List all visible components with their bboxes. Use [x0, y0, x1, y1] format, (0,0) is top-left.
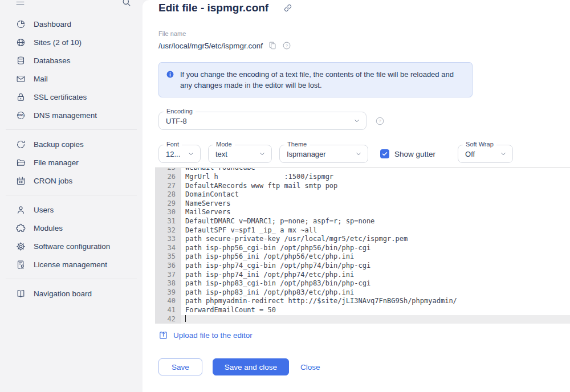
sidebar-item-label: DNS management	[34, 111, 97, 120]
sidebar: DashboardSites (2 of 10)DatabasesMailSSL…	[0, 0, 142, 392]
editor-line-41[interactable]: 41ForwardEmailCount = 50	[155, 306, 570, 315]
sidebar-item-label: Navigation board	[34, 289, 92, 298]
line-text: ForwardEmailCount = 50	[181, 306, 570, 315]
sidebar-item-users[interactable]: Users	[0, 201, 142, 219]
line-number: 39	[155, 288, 181, 297]
sidebar-topbar	[0, 0, 142, 9]
editor-line-33[interactable]: 33path secure-private-key /usr/local/mgr…	[155, 235, 570, 244]
file-name-label: File name	[158, 30, 570, 37]
line-text: DomainContact	[181, 190, 570, 199]
sidebar-item-sites-2-of-10[interactable]: Sites (2 of 10)	[0, 33, 142, 51]
line-text: path isp-php74_cgi-bin /opt/php74/bin/ph…	[181, 262, 570, 271]
line-text: path isp-php83_cgi-bin /opt/php83/bin/ph…	[181, 279, 570, 288]
line-number: 32	[155, 226, 181, 235]
chevron-down-icon	[353, 117, 361, 125]
save-and-close-button[interactable]: Save and close	[213, 358, 289, 375]
editor-line-36[interactable]: 36path isp-php74_cgi-bin /opt/php74/bin/…	[155, 262, 570, 271]
sidebar-item-label: Mail	[34, 75, 48, 83]
line-number: 31	[155, 217, 181, 226]
line-text: path phpmyadmin-redirect http://$site/jL…	[181, 297, 570, 306]
line-number: 28	[155, 190, 181, 199]
code-editor[interactable]: 25WebMail roundcube26MgrUrl h :1500/ispm…	[155, 168, 570, 324]
soft-wrap-select[interactable]: Soft Wrap Off	[458, 145, 513, 163]
check-icon	[381, 150, 388, 157]
sidebar-item-label: File manager	[34, 158, 79, 167]
encoding-help-icon[interactable]	[375, 116, 385, 126]
page-title: Edit file - ispmgr.conf	[158, 1, 570, 15]
help-icon[interactable]	[282, 41, 291, 50]
line-text: path isp-php83_ini /opt/php83/etc/php.in…	[181, 288, 570, 297]
sidebar-item-dns-management[interactable]: DNS management	[0, 106, 142, 124]
line-number: 25	[155, 168, 181, 173]
font-select[interactable]: Font 12...	[158, 145, 201, 163]
sidebar-item-mail[interactable]: Mail	[0, 70, 142, 88]
button-row: Save Save and close Close	[158, 358, 570, 375]
editor-line-31[interactable]: 31DefaultDMARC v=DMARC1; p=none; aspf=r;…	[155, 217, 570, 226]
line-number: 35	[155, 252, 181, 262]
line-number: 30	[155, 208, 181, 217]
sidebar-item-label: Dashboard	[34, 20, 71, 28]
sidebar-divider	[6, 195, 137, 195]
show-gutter-checkbox[interactable]	[380, 149, 389, 158]
line-number: 34	[155, 244, 181, 253]
mode-select[interactable]: Mode text	[208, 145, 272, 163]
mail-icon	[16, 74, 26, 84]
file-name-block: File name /usr/local/mgr5/etc/ispmgr.con…	[158, 30, 570, 50]
sidebar-item-cron-jobs[interactable]: CRON jobs	[0, 172, 142, 190]
soft-wrap-label: Soft Wrap	[463, 141, 496, 148]
close-button[interactable]: Close	[299, 358, 321, 375]
chevron-down-icon	[258, 150, 266, 158]
editor-line-38[interactable]: 38path isp-php83_cgi-bin /opt/php83/bin/…	[155, 279, 570, 288]
editor-line-29[interactable]: 29NameServers	[155, 199, 570, 209]
line-text: DefaultSPF v=spf1 _ip_ a mx ~all	[181, 226, 570, 235]
editor-line-42[interactable]: 42	[155, 315, 570, 324]
editor-line-32[interactable]: 32DefaultSPF v=spf1 _ip_ a mx ~all	[155, 226, 570, 235]
sidebar-item-label: Users	[34, 206, 54, 214]
font-value: 12...	[166, 150, 187, 158]
editor-line-27[interactable]: 27DefaultARecords www ftp mail smtp pop	[155, 182, 570, 191]
editor-line-40[interactable]: 40path phpmyadmin-redirect http://$site/…	[155, 297, 570, 306]
search-icon[interactable]	[121, 0, 131, 7]
editor-line-39[interactable]: 39path isp-php83_ini /opt/php83/etc/php.…	[155, 288, 570, 297]
link-icon[interactable]	[283, 3, 292, 13]
editor-line-26[interactable]: 26MgrUrl h :1500/ispmgr	[155, 173, 570, 182]
main-panel: Edit file - ispmgr.conf File name /usr/l…	[142, 0, 570, 392]
editor-line-25[interactable]: 25WebMail roundcube	[155, 168, 570, 173]
sidebar-item-navigation-board[interactable]: Navigation board	[0, 284, 142, 303]
line-text	[181, 315, 570, 324]
license-icon	[16, 260, 26, 270]
chevron-down-icon	[187, 150, 195, 158]
line-text: MailServers	[181, 208, 570, 217]
upload-file-label: Upload file to the editor	[173, 331, 253, 340]
save-button[interactable]: Save	[158, 358, 202, 375]
encoding-row: Encoding UTF-8	[158, 112, 570, 130]
menu-icon[interactable]	[15, 0, 25, 7]
lock-icon	[16, 92, 26, 102]
page-title-text: Edit file - ispmgr.conf	[158, 1, 268, 15]
upload-file-link[interactable]: Upload file to the editor	[158, 330, 253, 340]
encoding-select[interactable]: Encoding UTF-8	[158, 112, 367, 130]
line-number: 42	[155, 315, 181, 324]
editor-line-35[interactable]: 35path isp-php56_ini /opt/php56/etc/php.…	[155, 252, 570, 262]
line-text: path isp-php56_ini /opt/php56/etc/php.in…	[181, 252, 570, 262]
show-gutter-control[interactable]: Show gutter	[380, 149, 435, 158]
sidebar-item-license-management[interactable]: License management	[0, 255, 142, 273]
editor-line-34[interactable]: 34path isp-php56_cgi-bin /opt/php56/bin/…	[155, 244, 570, 253]
sidebar-item-dashboard[interactable]: Dashboard	[0, 15, 142, 33]
line-number: 37	[155, 271, 181, 280]
editor-line-30[interactable]: 30MailServers	[155, 208, 570, 217]
theme-select[interactable]: Theme Ispmanager	[279, 145, 368, 163]
editor-line-28[interactable]: 28DomainContact	[155, 190, 570, 199]
sidebar-item-modules[interactable]: Modules	[0, 219, 142, 237]
line-number: 26	[155, 173, 181, 182]
sidebar-item-software-configuration[interactable]: Software configuration	[0, 237, 142, 255]
editor-line-37[interactable]: 37path isp-php74_ini /opt/php74/etc/php.…	[155, 271, 570, 280]
refresh-icon	[16, 140, 26, 149]
sidebar-nav: DashboardSites (2 of 10)DatabasesMailSSL…	[0, 9, 142, 303]
sidebar-item-ssl-certificates[interactable]: SSL certificates	[0, 88, 142, 106]
sidebar-item-file-manager[interactable]: File manager	[0, 153, 142, 172]
sidebar-divider	[6, 279, 137, 279]
sidebar-item-databases[interactable]: Databases	[0, 51, 142, 70]
copy-icon[interactable]	[268, 41, 277, 50]
sidebar-item-backup-copies[interactable]: Backup copies	[0, 135, 142, 153]
